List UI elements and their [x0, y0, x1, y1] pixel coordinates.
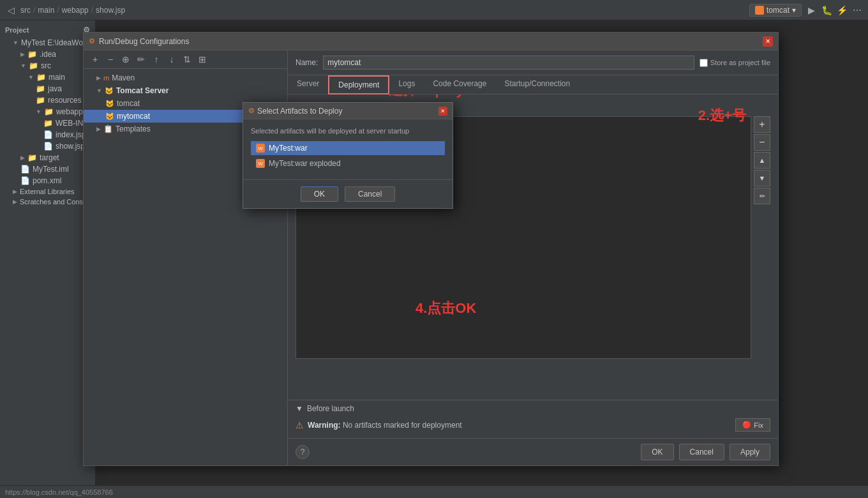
apply-button[interactable]: Apply: [730, 444, 770, 460]
edit-artifact-button[interactable]: ✏: [754, 188, 770, 204]
run-tree-maven[interactable]: ▶ m Maven: [84, 72, 287, 84]
scratches-label: Scratches and Conso...: [20, 198, 93, 206]
sidebar-item-src[interactable]: ▼ 📁 src: [0, 60, 95, 72]
dialog-close-button[interactable]: ✕: [763, 36, 773, 47]
sidebar-item-idea[interactable]: ▶ 📁 .idea: [0, 49, 95, 60]
add-artifact-button[interactable]: +: [754, 116, 770, 133]
tomcat-item-label: tomcat: [117, 99, 140, 108]
sidebar-item-resources[interactable]: 📁 resources: [0, 94, 95, 106]
artifacts-dialog-icon: ⚙: [248, 107, 255, 115]
sidebar-item-mytest[interactable]: ▼ MyTest E:\IdeaWork...: [0, 37, 95, 49]
more-icon[interactable]: ⋯: [851, 4, 863, 16]
folder-icon: 📁: [43, 119, 53, 128]
artifact-war-exploded-label: MyTest:war exploded: [269, 159, 341, 168]
edit-config-button[interactable]: ✏: [135, 53, 147, 66]
sidebar-item-indexjsp[interactable]: 📄 index.jsp: [0, 129, 95, 140]
file-icon: 📄: [43, 142, 53, 151]
arrow-icon: ▼: [28, 74, 34, 80]
artifact-item-war[interactable]: W MyTest:war: [251, 141, 445, 155]
ok-button[interactable]: OK: [641, 444, 673, 460]
remove-artifact-button[interactable]: −: [754, 134, 770, 151]
main-label: main: [49, 73, 65, 82]
back-icon[interactable]: ◁: [5, 4, 17, 16]
scroll-down-button[interactable]: ▼: [754, 170, 770, 186]
artifacts-close-button[interactable]: ✕: [438, 107, 447, 116]
sidebar: Project ⚙ ▼ MyTest E:\IdeaWork... ▶ 📁 .i…: [0, 20, 96, 498]
move-up-button[interactable]: ↑: [150, 53, 163, 66]
coverage-button[interactable]: ⚡: [836, 4, 848, 16]
tomcat-server-icon: [755, 6, 764, 15]
run-dialog-titlebar: ⚙ Run/Debug Configurations ✕: [84, 33, 778, 50]
debug-button[interactable]: 🐛: [821, 4, 832, 16]
artifact-item-war-exploded[interactable]: W MyTest:war exploded: [251, 156, 445, 170]
artifacts-cancel-button[interactable]: Cancel: [345, 186, 395, 202]
sidebar-item-target[interactable]: ▶ 📁 target: [0, 152, 95, 163]
run-tabs: Server Deployment Logs Code Coverage Sta…: [288, 75, 778, 94]
sidebar-item-webapp[interactable]: ▼ 📁 webapp: [0, 106, 95, 117]
tab-server[interactable]: Server: [288, 75, 328, 94]
run-dialog-title: ⚙ Run/Debug Configurations: [89, 37, 189, 46]
sidebar-item-java[interactable]: 📁 java: [0, 83, 95, 94]
sidebar-item-scratches[interactable]: ▶ Scratches and Conso...: [0, 197, 95, 207]
artifact-war-label: MyTest:war: [269, 144, 308, 153]
store-label: Store as project file: [710, 59, 770, 66]
cancel-button[interactable]: Cancel: [679, 444, 724, 460]
breadcrumb: src / main / webapp / show.jsp: [20, 6, 125, 15]
extlibs-label: External Libraries: [20, 188, 75, 195]
sidebar-item-external-libs[interactable]: ▶ External Libraries: [0, 186, 95, 197]
showjsp-label: show.jsp: [56, 142, 85, 151]
file-icon: 📄: [20, 176, 30, 185]
sidebar-item-mytest-iml[interactable]: 📄 MyTest.iml: [0, 163, 95, 175]
run-debug-dialog: ⚙ Run/Debug Configurations ✕ + − ⊕ ✏ ↑ ↓…: [83, 32, 779, 466]
artifacts-ok-button[interactable]: OK: [301, 186, 338, 202]
store-checkbox[interactable]: [700, 59, 708, 67]
file-icon: 📄: [43, 130, 53, 139]
tab-logs[interactable]: Logs: [389, 75, 424, 94]
fix-icon: 🔴: [742, 421, 751, 429]
sidebar-item-main[interactable]: ▼ 📁 main: [0, 72, 95, 83]
sidebar-item-webinf[interactable]: 📁 WEB-INF: [0, 117, 95, 129]
arrow-icon: ▼: [13, 40, 19, 46]
move-down-button[interactable]: ↓: [165, 53, 178, 66]
name-input[interactable]: [323, 56, 694, 70]
minus-icon: −: [759, 137, 765, 148]
resources-label: resources: [48, 96, 82, 105]
dialog-icon: ⚙: [89, 37, 95, 45]
filter-button[interactable]: ⊞: [196, 53, 209, 66]
mytomcat-icon: 🐱: [105, 112, 114, 121]
scroll-up-button[interactable]: ▲: [754, 152, 770, 169]
arrow-icon: ▼: [20, 63, 26, 69]
copy-config-button[interactable]: ⊕: [119, 53, 132, 66]
maven-label: Maven: [112, 73, 135, 82]
mytomcat-item-label: mytomcat: [117, 112, 150, 121]
annotation-step1: 1.选择Deployment: [377, 94, 497, 100]
fix-button[interactable]: 🔴 Fix: [735, 418, 770, 432]
warning-row: ⚠ Warning: No artifacts marked for deplo…: [296, 416, 770, 434]
before-launch-header[interactable]: ▼ Before launch: [296, 404, 770, 413]
folder-icon: 📁: [27, 153, 37, 162]
run-dialog-footer: ? OK Cancel Apply: [288, 438, 778, 465]
before-launch-label: Before launch: [307, 404, 354, 413]
store-as-project[interactable]: Store as project file: [700, 59, 770, 67]
tab-deployment[interactable]: Deployment: [328, 75, 389, 94]
collapse-icon: ▼: [296, 404, 303, 413]
arrow-icon: ▼: [36, 109, 41, 115]
run-button[interactable]: ▶: [805, 4, 817, 16]
artifact-icon: W: [256, 144, 265, 153]
help-button[interactable]: ?: [296, 445, 310, 459]
tomcat-badge[interactable]: tomcat ▾: [749, 4, 802, 17]
sort-button[interactable]: ⇅: [181, 53, 193, 66]
tomcat-dropdown-icon[interactable]: ▾: [792, 6, 796, 15]
tab-startup-connection[interactable]: Startup/Connection: [495, 75, 579, 94]
artifacts-title-text: Select Artifacts to Deploy: [257, 107, 342, 116]
sidebar-item-pomxml[interactable]: 📄 pom.xml: [0, 175, 95, 186]
deploy-side-buttons: + − ▲ ▼ ✏: [754, 116, 770, 359]
arrow-icon: ▼: [96, 87, 102, 94]
tab-code-coverage[interactable]: Code Coverage: [424, 75, 495, 94]
remove-config-button[interactable]: −: [104, 53, 117, 66]
toolbar-right: tomcat ▾ ▶ 🐛 ⚡ ⋯: [749, 4, 863, 17]
add-config-button[interactable]: +: [89, 53, 101, 66]
run-tree-tomcat-server[interactable]: ▼ 🐱 Tomcat Server: [84, 84, 287, 97]
sidebar-item-showjsp[interactable]: 📄 show.jsp: [0, 140, 95, 152]
name-label: Name:: [296, 58, 318, 67]
